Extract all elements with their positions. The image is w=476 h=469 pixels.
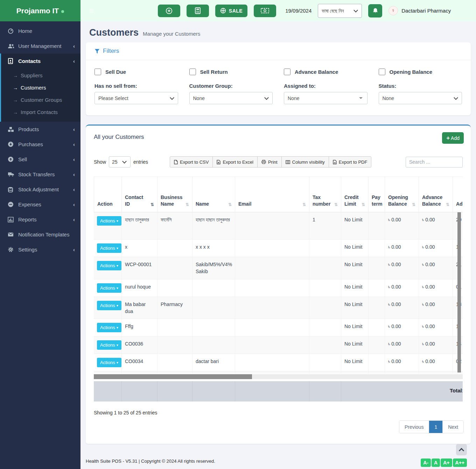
sidebar-item-settings[interactable]: Settings ‹ <box>0 242 80 257</box>
sidebar-item-label: Customers <box>21 85 46 91</box>
sell-due-checkbox[interactable] <box>94 69 101 75</box>
quick-add-button[interactable] <box>158 5 180 17</box>
page-size-group: Show 25 entries <box>94 156 148 168</box>
sort-icon: ⇅ <box>228 202 232 207</box>
actions-dropdown-button[interactable]: Actions▾ <box>97 340 121 350</box>
export-pdf-button[interactable]: Export to PDF <box>329 156 372 168</box>
page-title: Customers <box>89 27 139 38</box>
font-largest-button[interactable]: A++ <box>453 459 467 467</box>
sidebar-item-products[interactable]: Products ‹ <box>0 122 80 137</box>
customer-group-select[interactable]: None <box>189 92 273 104</box>
actions-dropdown-button[interactable]: Actions▾ <box>97 323 121 332</box>
account-menu[interactable]: ⚕ Dactarbari Pharmacy <box>388 6 451 15</box>
export-button-label: Print <box>268 159 278 165</box>
address-book-icon <box>8 58 18 64</box>
font-larger-button[interactable]: A+ <box>441 459 452 467</box>
caret-down-icon: ▾ <box>117 219 118 223</box>
sidebar-item-stock-adjustment[interactable]: Stock Adjustment ‹ <box>0 182 80 197</box>
cash-register-button[interactable] <box>254 5 276 17</box>
has-no-sell-from-select[interactable]: Please Select <box>94 92 178 104</box>
sidebar-item-purchases[interactable]: Purchases ‹ <box>0 137 80 152</box>
cell-business-name <box>157 371 192 374</box>
sidebar-item-contacts[interactable]: Contacts ‹ <box>1 54 80 69</box>
page-size-select[interactable]: 25 <box>109 156 131 168</box>
sidebar-item-customer-groups[interactable]: →Customer Groups <box>1 94 80 106</box>
sidebar-item-notification-templates[interactable]: Notification Templates <box>0 227 80 242</box>
cell-action: Actions▾ <box>94 212 121 239</box>
field-label: Has no sell from: <box>94 83 178 89</box>
actions-dropdown-button[interactable]: Actions▾ <box>97 358 121 367</box>
col-header-name[interactable]: Name⇅ <box>192 177 235 212</box>
search-input[interactable] <box>406 157 463 168</box>
calculator-button[interactable] <box>187 5 209 17</box>
pos-sale-button[interactable]: SALE <box>215 5 247 17</box>
print-button[interactable]: Print <box>257 156 282 168</box>
vertical-scrollbar[interactable] <box>457 212 461 372</box>
footer-total-cell: Total: <box>341 381 463 402</box>
brand-logo[interactable]: Projanmo IT <box>0 0 80 21</box>
col-header-email[interactable]: Email⇅ <box>235 177 309 212</box>
scroll-to-top-button[interactable] <box>456 444 467 455</box>
site-footer: Health Suite POS - V5.31 | Copyright © 2… <box>80 453 476 469</box>
page-1-button[interactable]: 1 <box>429 421 442 433</box>
column-visibility-button[interactable]: Column visibility <box>281 156 329 168</box>
font-smaller-button[interactable]: A- <box>421 459 431 467</box>
sidebar-item-suppliers[interactable]: →Suppliers <box>1 69 80 81</box>
actions-dropdown-button[interactable]: Actions▾ <box>97 243 121 253</box>
field-label: Assigned to: <box>284 83 368 89</box>
speedometer-icon <box>8 28 18 34</box>
language-select[interactable]: ভাষা বেছে নিন <box>318 4 362 18</box>
col-header-pay-term[interactable]: Pay term <box>368 177 385 212</box>
sidebar-item-import-contacts[interactable]: →Import Contacts <box>1 106 80 118</box>
sidebar-item-stock-transfers[interactable]: Stock Transfers ‹ <box>0 167 80 182</box>
cell-business-name <box>157 354 192 371</box>
notifications-button[interactable] <box>368 4 382 17</box>
actions-dropdown-button[interactable]: Actions▾ <box>97 216 121 226</box>
font-normal-button[interactable]: A <box>432 459 440 467</box>
cell-action: Actions▾ <box>94 336 121 354</box>
add-customer-button[interactable]: + Add <box>442 132 464 144</box>
sell-return-checkbox[interactable] <box>189 69 196 75</box>
col-header-business-name[interactable]: Business Name⇅ <box>157 177 192 212</box>
table-footer: Total: <box>94 381 463 402</box>
col-header-added-on[interactable]: Added On <box>453 177 463 212</box>
sidebar-item-reports[interactable]: Reports ‹ <box>0 212 80 227</box>
assigned-to-select[interactable]: None <box>284 92 368 104</box>
sidebar-item-expenses[interactable]: Expenses ‹ <box>0 197 80 212</box>
sidebar-item-user-management[interactable]: User Management ‹ <box>0 38 80 54</box>
next-page-button[interactable]: Next <box>442 421 463 433</box>
filters-body: Sell Due Has no sell from: Please Select… <box>86 60 471 115</box>
export-csv-button[interactable]: Export to CSV <box>170 156 213 168</box>
table-row: Actions▾হাছান তালুকদারফার্মেসিহাছান হাছা… <box>94 212 463 240</box>
horizontal-scrollbar-thumb[interactable] <box>94 374 252 379</box>
filters-header[interactable]: Filters <box>86 42 471 60</box>
col-header-contact-id[interactable]: Contact ID⇅ <box>121 177 157 212</box>
cell-advance-balance: ৳ 0.00 <box>419 240 453 257</box>
has-no-sell-from-wrap: Please Select <box>94 92 178 104</box>
advance-balance-checkbox[interactable] <box>284 69 290 75</box>
cell-credit-limit: No Limit <box>341 257 368 279</box>
col-header-tax-number[interactable]: Tax number⇅ <box>309 177 341 212</box>
col-header-credit-limit[interactable]: Credit Limit⇅ <box>341 177 368 212</box>
status-select[interactable]: None <box>379 92 462 104</box>
cell-opening-balance: ৳ 0.00 <box>385 371 419 374</box>
col-header-advance-balance[interactable]: Advance Balance⇅ <box>419 177 453 212</box>
actions-dropdown-button[interactable]: Actions▾ <box>97 301 121 310</box>
sidebar-item-home[interactable]: Home <box>0 23 80 38</box>
export-excel-button[interactable]: Export to Excel <box>212 156 257 168</box>
previous-page-button[interactable]: Previous <box>399 421 429 433</box>
col-header-opening-balance[interactable]: Opening Balance⇅ <box>385 177 419 212</box>
sidebar-toggle-icon[interactable]: ≡ <box>89 7 94 15</box>
caret-down-icon: ▾ <box>117 264 118 268</box>
opening-balance-checkbox[interactable] <box>379 69 385 75</box>
cell-advance-balance: ৳ 0.00 <box>419 279 453 297</box>
account-name: Dactarbari Pharmacy <box>401 8 451 14</box>
cell-advance-balance: ৳ 0.00 <box>419 212 453 239</box>
sidebar-item-customers[interactable]: →Customers <box>1 81 80 94</box>
sidebar-item-sell[interactable]: Sell ‹ <box>0 152 80 167</box>
cell-email <box>235 371 309 374</box>
sell-return-checkbox-row: Sell Return <box>189 69 273 75</box>
actions-dropdown-button[interactable]: Actions▾ <box>97 261 121 270</box>
actions-dropdown-button[interactable]: Actions▾ <box>97 283 121 293</box>
cell-name: হাছান হাছান তালুকদার <box>192 212 235 239</box>
